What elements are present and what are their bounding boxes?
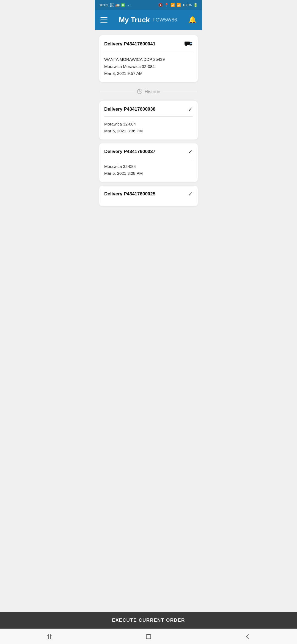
delivery-datetime: Mar 8, 2021 9:57 AM	[104, 70, 193, 77]
header: My Truck FGW5W86 🔔	[95, 10, 202, 30]
current-delivery-header: Delivery P43417600041	[104, 40, 193, 48]
historic-label-group: Historic	[137, 89, 160, 95]
mute-icon: 🔇	[158, 3, 163, 7]
historic-delivery-title-1: Delivery P43417600037	[104, 149, 155, 154]
check-icon-0: ✓	[188, 106, 193, 113]
historic-delivery-body-1: Morawica 32-084 Mar 5, 2021 3:28 PM	[104, 163, 193, 177]
delivery-truck-icon	[185, 40, 193, 48]
historic-delivery-body-0: Morawica 32-084 Mar 5, 2021 3:36 PM	[104, 121, 193, 135]
historic-cards: Delivery P43417600038 ✓ Morawica 32-084 …	[99, 101, 198, 206]
check-icon-1: ✓	[188, 148, 193, 155]
historic-datetime-1: Mar 5, 2021 3:28 PM	[104, 170, 193, 177]
history-icon	[137, 89, 142, 95]
header-title-group: My Truck FGW5W86	[119, 16, 177, 24]
more-icon: ···	[127, 3, 131, 7]
truck-status-icon: 🚛	[115, 3, 120, 7]
historic-line-right	[163, 92, 198, 92]
historic-card-header-1: Delivery P43417600037 ✓	[104, 148, 193, 155]
historic-section-header: Historic	[99, 89, 198, 95]
location-icon: 📍	[164, 3, 169, 7]
hamburger-menu[interactable]	[100, 17, 108, 23]
notification-bell-icon[interactable]: 🔔	[188, 16, 197, 24]
status-time: 10:02	[99, 3, 108, 7]
svg-rect-6	[190, 43, 192, 44]
wifi-icon: 📶	[170, 3, 175, 7]
svg-point-4	[190, 45, 191, 46]
historic-card-header-0: Delivery P43417600038 ✓	[104, 106, 193, 113]
card-divider	[104, 52, 193, 52]
historic-delivery-title-2: Delivery P43417600025	[104, 191, 155, 197]
battery-label: 100%	[183, 3, 192, 7]
check-icon-2: ✓	[188, 191, 193, 197]
main-content: Delivery P43417600041 WANTA MORAWICA DDP…	[95, 30, 202, 239]
historic-delivery-card-2[interactable]: Delivery P43417600025 ✓	[99, 186, 198, 206]
current-delivery-card[interactable]: Delivery P43417600041 WANTA MORAWICA DDP…	[99, 35, 198, 82]
status-bar-left: 10:02 🖼 🚛 8 ···	[99, 3, 131, 7]
current-delivery-title: Delivery P43417600041	[104, 41, 155, 47]
svg-point-3	[185, 45, 187, 46]
battery-icon: 🔋	[193, 3, 198, 7]
card-divider-0	[104, 116, 193, 117]
svg-rect-0	[185, 42, 190, 45]
historic-delivery-title-0: Delivery P43417600038	[104, 107, 155, 112]
delivery-address-line2: Morawica Morawica 32-084	[104, 63, 193, 70]
historic-line-left	[99, 92, 134, 92]
status-bar: 10:02 🖼 🚛 8 ··· 🔇 📍 📶 📶 100% 🔋	[95, 0, 202, 10]
image-icon: 🖼	[110, 3, 114, 7]
app-title: My Truck	[119, 16, 150, 24]
delivery-address-line1: WANTA MORAWICA DDP 25439	[104, 56, 193, 63]
historic-delivery-card-1[interactable]: Delivery P43417600037 ✓ Morawica 32-084 …	[99, 143, 198, 182]
historic-address-1: Morawica 32-084	[104, 163, 193, 170]
signal-icon: 📶	[177, 3, 181, 7]
status-bar-right: 🔇 📍 📶 📶 100% 🔋	[158, 3, 198, 7]
app-icon: 8	[121, 3, 125, 7]
historic-card-header-2: Delivery P43417600025 ✓	[104, 191, 193, 197]
card-divider-1	[104, 159, 193, 159]
historic-address-0: Morawica 32-084	[104, 121, 193, 128]
historic-delivery-card-0[interactable]: Delivery P43417600038 ✓ Morawica 32-084 …	[99, 101, 198, 140]
historic-text: Historic	[145, 89, 160, 95]
truck-id: FGW5W86	[153, 17, 177, 23]
historic-datetime-0: Mar 5, 2021 3:36 PM	[104, 127, 193, 135]
current-delivery-body: WANTA MORAWICA DDP 25439 Morawica Morawi…	[104, 56, 193, 77]
